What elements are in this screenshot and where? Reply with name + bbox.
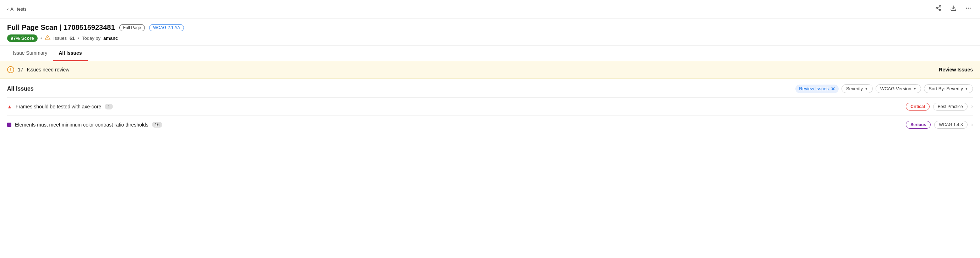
sort-by-dropdown-arrow: ▼ [965,87,968,91]
issues-count: 61 [70,35,75,41]
svg-point-6 [966,8,967,9]
back-chevron-icon: ‹ [7,6,8,12]
header-title-row: Full Page Scan | 1708515923481 Full Page… [7,24,973,32]
wcag-badge: WCAG 2.1 AA [149,24,184,31]
date-label: Today by [82,35,100,41]
severity-dropdown-label: Severity [846,86,863,91]
top-bar: ‹ All tests [0,0,980,19]
review-count: 17 [18,67,24,73]
score-badge: 97% Score [7,35,38,42]
review-warning-icon: ! [7,66,14,73]
all-issues-header: All Issues Review Issues ✕ Severity ▼ WC… [7,84,973,93]
issue-text: Elements must meet minimum color contras… [15,122,148,127]
severity-badge-critical: Critical [906,103,929,110]
back-button[interactable]: ‹ All tests [7,6,27,12]
issue-left: ▲ Frames should be tested with axe-core … [7,104,113,110]
download-button[interactable] [949,3,958,14]
tab-all-issues[interactable]: All Issues [53,46,88,61]
header-meta-row: 97% Score • Issues 61 • Today by amanc [7,35,973,42]
tab-issue-summary[interactable]: Issue Summary [7,46,53,61]
category-badge: WCAG 1.4.3 [934,121,967,129]
warning-icon [45,35,51,41]
more-button[interactable] [964,3,973,14]
dot-separator-2: • [77,35,79,41]
issues-label: Issues [53,35,67,41]
top-bar-actions [934,3,973,14]
issue-square-icon [7,123,11,127]
svg-point-7 [968,8,969,9]
issue-left: Elements must meet minimum color contras… [7,122,162,127]
page-title: Full Page Scan | 1708515923481 [7,24,115,32]
issue-right: Critical Best Practice › [906,103,973,110]
author-name: amanc [103,35,118,41]
svg-line-3 [937,8,939,10]
review-issues-link[interactable]: Review Issues [939,67,973,73]
filters: Review Issues ✕ Severity ▼ WCAG Version … [795,84,973,93]
sort-by-dropdown-label: Sort By: Severity [929,86,963,91]
wcag-version-dropdown-label: WCAG Version [880,86,911,91]
issue-right: Serious WCAG 1.4.3 › [906,121,973,129]
back-label: All tests [10,6,27,12]
all-issues-title: All Issues [7,86,34,92]
full-page-badge: Full Page [119,24,145,31]
wcag-version-dropdown[interactable]: WCAG Version ▼ [876,84,921,93]
filter-tag-remove[interactable]: ✕ [831,86,835,92]
category-badge: Best Practice [933,103,967,110]
header: Full Page Scan | 1708515923481 Full Page… [0,19,980,46]
tabs: Issue Summary All Issues [0,46,980,61]
severity-badge-serious: Serious [906,121,931,129]
svg-line-4 [937,7,939,8]
filter-tag-label: Review Issues [799,86,829,91]
share-button[interactable] [934,3,943,14]
severity-dropdown[interactable]: Severity ▼ [842,84,873,93]
issue-triangle-icon: ▲ [7,104,12,110]
review-message: Issues need review [27,67,70,73]
row-chevron-icon: › [971,121,973,128]
wcag-version-dropdown-arrow: ▼ [913,87,916,91]
review-issues-filter-tag[interactable]: Review Issues ✕ [795,84,839,93]
severity-dropdown-arrow: ▼ [865,87,868,91]
row-chevron-icon: › [971,104,973,110]
sort-by-dropdown[interactable]: Sort By: Severity ▼ [924,84,973,93]
issue-row[interactable]: Elements must meet minimum color contras… [7,116,973,134]
review-banner-left: ! 17 Issues need review [7,66,69,73]
dot-separator-1: • [40,35,42,41]
issue-text: Frames should be tested with axe-core [16,104,101,110]
review-banner: ! 17 Issues need review Review Issues [0,61,980,78]
issue-count: 1 [105,104,113,110]
svg-point-8 [970,8,971,9]
all-issues-section: All Issues Review Issues ✕ Severity ▼ WC… [0,78,980,134]
issue-count: 16 [152,122,162,127]
issue-row[interactable]: ▲ Frames should be tested with axe-core … [7,97,973,116]
